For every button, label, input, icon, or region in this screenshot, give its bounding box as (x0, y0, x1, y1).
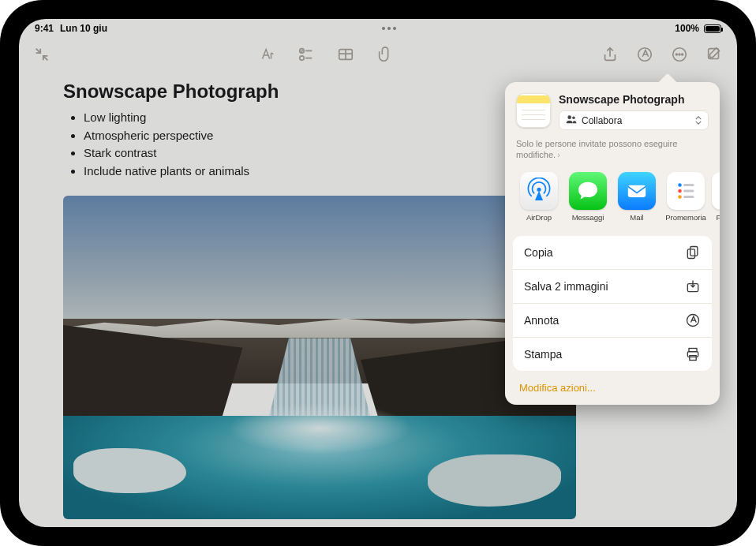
svg-rect-14 (683, 184, 694, 186)
notes-toolbar (19, 39, 737, 69)
edit-actions-link[interactable]: Modifica azioni... (505, 374, 720, 400)
share-app-mail[interactable]: Mail (614, 172, 660, 222)
status-date: Lun 10 giu (60, 23, 107, 34)
messages-icon (569, 172, 607, 210)
print-icon (685, 346, 701, 362)
share-app-row[interactable]: AirDrop Messaggi Mail (505, 161, 720, 231)
share-sheet-title: Snowscape Photograph (559, 93, 709, 106)
svg-point-9 (567, 115, 571, 119)
share-hint[interactable]: Solo le persone invitate possono eseguir… (505, 138, 720, 161)
markup-icon (685, 312, 701, 328)
attachment-icon[interactable] (376, 46, 394, 63)
svg-rect-22 (687, 249, 694, 258)
svg-point-1 (300, 56, 305, 61)
save-to-photos-icon (685, 279, 701, 294)
svg-point-17 (678, 195, 682, 199)
share-icon[interactable] (601, 46, 619, 63)
svg-rect-27 (690, 355, 696, 360)
svg-point-5 (676, 54, 677, 55)
table-icon[interactable] (337, 46, 354, 63)
action-copy[interactable]: Copia (513, 236, 712, 270)
updown-chevron-icon (695, 116, 702, 125)
share-app-reminders[interactable]: Promemoria (663, 172, 709, 222)
svg-point-10 (572, 117, 575, 120)
share-actions-list: Copia Salva 2 immagini Annota (513, 236, 712, 371)
people-icon (566, 114, 577, 126)
reminders-icon (667, 172, 705, 210)
svg-rect-18 (683, 196, 694, 198)
multitasking-dots[interactable] (107, 27, 670, 30)
svg-point-13 (678, 183, 682, 187)
chevron-right-icon: › (557, 149, 560, 160)
freeform-icon (712, 172, 720, 210)
svg-rect-16 (683, 189, 694, 192)
checklist-icon[interactable] (298, 46, 315, 63)
action-print[interactable]: Stampa (513, 338, 712, 371)
exit-fullscreen-icon[interactable] (33, 46, 51, 63)
more-icon[interactable] (671, 46, 688, 63)
airdrop-icon (520, 172, 558, 210)
share-app-messages[interactable]: Messaggi (565, 172, 611, 222)
action-markup[interactable]: Annota (513, 304, 712, 338)
battery-icon (704, 24, 721, 33)
svg-rect-21 (691, 246, 698, 256)
compose-icon[interactable] (705, 46, 723, 63)
share-app-airdrop[interactable]: AirDrop (516, 172, 562, 222)
share-app-freeform[interactable]: Fr (712, 172, 720, 222)
ipad-device-frame: 9:41 Lun 10 giu 100% (0, 0, 756, 546)
copy-icon (685, 245, 701, 260)
share-sheet: Snowscape Photograph Collabora Solo le (505, 82, 720, 405)
note-attached-photo[interactable] (63, 196, 576, 519)
collaborate-dropdown[interactable]: Collabora (559, 110, 709, 130)
collaborate-label: Collabora (582, 115, 622, 126)
screen: 9:41 Lun 10 giu 100% (19, 19, 737, 527)
svg-point-15 (678, 189, 682, 193)
action-save-images[interactable]: Salva 2 immagini (513, 270, 712, 304)
svg-point-7 (682, 54, 683, 55)
status-time: 9:41 (35, 23, 54, 34)
status-bar: 9:41 Lun 10 giu 100% (19, 19, 737, 38)
battery-percent: 100% (675, 23, 699, 34)
mail-icon (618, 172, 656, 210)
svg-rect-12 (628, 185, 646, 196)
text-format-icon[interactable] (258, 46, 275, 63)
svg-point-6 (679, 54, 680, 55)
markup-toolbar-icon[interactable] (636, 46, 653, 63)
notes-app-icon (516, 93, 551, 128)
